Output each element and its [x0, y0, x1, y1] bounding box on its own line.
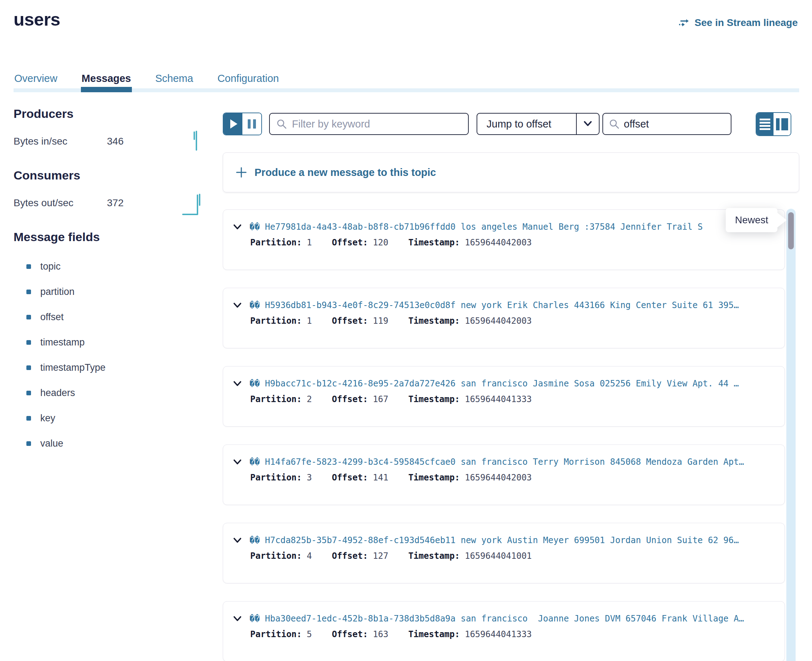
- offset-search-input[interactable]: [624, 118, 725, 130]
- message-meta: Partition:1 Offset:119 Timestamp:1659644…: [250, 316, 775, 326]
- pause-button[interactable]: [242, 113, 261, 135]
- partition-value: 4: [307, 551, 312, 561]
- message-row[interactable]: �� H14fa67fe-5823-4299-b3c4-595845cfcae0…: [223, 444, 785, 505]
- scrollbar-thumb[interactable]: [788, 212, 794, 249]
- chevron-down-icon[interactable]: [233, 616, 242, 622]
- producers-heading: Producers: [14, 107, 203, 121]
- tab-bar: Overview Messages Schema Configuration: [14, 71, 799, 93]
- message-key: �� H14fa67fe-5823-4299-b3c4-595845cfcae0…: [250, 457, 744, 467]
- offset-value: 127: [373, 551, 388, 561]
- square-bullet-icon: [26, 366, 31, 370]
- message-row[interactable]: �� Hba30eed7-1edc-452b-8b1a-738d3b5d8a9a…: [223, 601, 785, 661]
- timestamp-value: 1659644042003: [465, 316, 532, 326]
- partition-value: 1: [307, 316, 312, 326]
- offset-value: 167: [373, 394, 388, 404]
- offset-search-field: [602, 113, 732, 135]
- topic-messages-page: users See in Stream lineage Overview Mes…: [0, 0, 812, 661]
- field-item-partition[interactable]: partition: [14, 279, 203, 305]
- field-item-topic[interactable]: topic: [14, 254, 203, 279]
- columns-icon: [776, 118, 780, 130]
- message-row[interactable]: �� H5936db81-b943-4e0f-8c29-74513e0c0d8f…: [223, 288, 785, 348]
- message-key: �� H5936db81-b943-4e0f-8c29-74513e0c0d8f…: [250, 300, 739, 310]
- message-meta: Partition:4 Offset:127 Timestamp:1659644…: [250, 551, 775, 561]
- square-bullet-icon: [26, 340, 31, 345]
- page-header: users See in Stream lineage: [14, 9, 798, 38]
- chevron-down-icon[interactable]: [576, 113, 599, 134]
- tab-messages[interactable]: Messages: [81, 71, 132, 91]
- timestamp-value: 1659644042003: [465, 238, 532, 247]
- bytes-out-label: Bytes out/sec: [14, 197, 107, 209]
- square-bullet-icon: [26, 315, 31, 319]
- field-item-timestamptype[interactable]: timestampType: [14, 355, 203, 380]
- partition-value: 1: [307, 238, 312, 247]
- square-bullet-icon: [26, 391, 31, 395]
- square-bullet-icon: [26, 264, 31, 269]
- tooltip-arrow: [777, 212, 787, 228]
- newest-tooltip-label: Newest: [735, 214, 768, 226]
- bytes-out-row: Bytes out/sec 372: [14, 192, 203, 214]
- messages-toolbar: Jump to offset: [223, 112, 791, 137]
- tab-schema[interactable]: Schema: [155, 71, 194, 91]
- timestamp-value: 1659644041001: [465, 551, 532, 561]
- sidebar: Producers Bytes in/sec 346 Consumers Byt…: [14, 107, 203, 456]
- message-row[interactable]: �� He77981da-4a43-48ab-b8f8-cb71b96ffdd0…: [223, 209, 785, 270]
- jump-to-offset-select[interactable]: Jump to offset: [477, 113, 599, 135]
- message-fields-heading: Message fields: [14, 230, 203, 244]
- keyword-filter-field: [269, 113, 469, 135]
- column-view-button[interactable]: [774, 113, 791, 135]
- scrollbar-track[interactable]: [786, 209, 796, 661]
- message-meta: Partition:2 Offset:167 Timestamp:1659644…: [250, 394, 775, 404]
- play-icon: [230, 119, 237, 129]
- stream-lineage-link[interactable]: See in Stream lineage: [678, 17, 798, 29]
- field-item-timestamp[interactable]: timestamp: [14, 330, 203, 355]
- field-item-offset[interactable]: offset: [14, 305, 203, 330]
- field-item-value[interactable]: value: [14, 431, 203, 456]
- keyword-filter-input[interactable]: [292, 118, 461, 130]
- offset-value: 120: [373, 238, 388, 247]
- square-bullet-icon: [26, 289, 31, 294]
- field-item-headers[interactable]: headers: [14, 380, 203, 406]
- bytes-in-row: Bytes in/sec 346: [14, 130, 203, 153]
- partition-value: 2: [307, 394, 312, 404]
- chevron-down-icon[interactable]: [233, 537, 242, 543]
- tab-configuration[interactable]: Configuration: [217, 71, 280, 91]
- produce-message-button[interactable]: Produce a new message to this topic: [223, 152, 799, 192]
- chevron-down-icon[interactable]: [233, 459, 242, 465]
- search-icon: [276, 118, 287, 129]
- list-view-button[interactable]: [756, 113, 774, 135]
- tab-overview[interactable]: Overview: [14, 71, 58, 91]
- newest-tooltip: Newest: [726, 208, 777, 232]
- pause-icon: [248, 119, 251, 129]
- plus-icon: [235, 166, 247, 179]
- list-view-icon: [759, 118, 770, 120]
- chevron-down-icon[interactable]: [233, 302, 242, 308]
- partition-value: 5: [307, 629, 312, 639]
- message-meta: Partition:1 Offset:120 Timestamp:1659644…: [250, 238, 775, 247]
- message-row[interactable]: �� H7cda825b-35b7-4952-88ef-c193d546eb11…: [223, 523, 785, 583]
- search-icon: [609, 118, 620, 129]
- play-button[interactable]: [224, 113, 242, 135]
- chevron-down-icon[interactable]: [233, 224, 242, 230]
- stream-lineage-label: See in Stream lineage: [695, 17, 798, 29]
- consumers-heading: Consumers: [14, 168, 203, 182]
- bytes-out-value: 372: [107, 197, 124, 209]
- field-item-key[interactable]: key: [14, 406, 203, 431]
- timestamp-value: 1659644041333: [465, 394, 532, 404]
- message-row[interactable]: �� H9bacc71c-b12c-4216-8e95-2a7da727e426…: [223, 366, 785, 427]
- timestamp-value: 1659644041333: [465, 629, 532, 639]
- message-key: �� Hba30eed7-1edc-452b-8b1a-738d3b5d8a9a…: [250, 614, 744, 624]
- bytes-in-value: 346: [107, 136, 124, 147]
- message-key: �� He77981da-4a43-48ab-b8f8-cb71b96ffdd0…: [250, 222, 703, 232]
- square-bullet-icon: [26, 441, 31, 446]
- jump-to-offset-label: Jump to offset: [477, 118, 576, 130]
- partition-value: 3: [307, 473, 312, 482]
- chevron-down-icon[interactable]: [233, 381, 242, 387]
- message-meta: Partition:3 Offset:141 Timestamp:1659644…: [250, 473, 775, 482]
- offset-value: 163: [373, 629, 388, 639]
- message-list: �� He77981da-4a43-48ab-b8f8-cb71b96ffdd0…: [223, 209, 785, 661]
- offset-value: 141: [373, 473, 388, 482]
- message-meta: Partition:5 Offset:163 Timestamp:1659644…: [250, 629, 775, 639]
- timestamp-value: 1659644042003: [465, 473, 532, 482]
- play-pause-toggle: [223, 113, 262, 135]
- message-fields-list: topic partition offset timestamp timesta…: [14, 254, 203, 456]
